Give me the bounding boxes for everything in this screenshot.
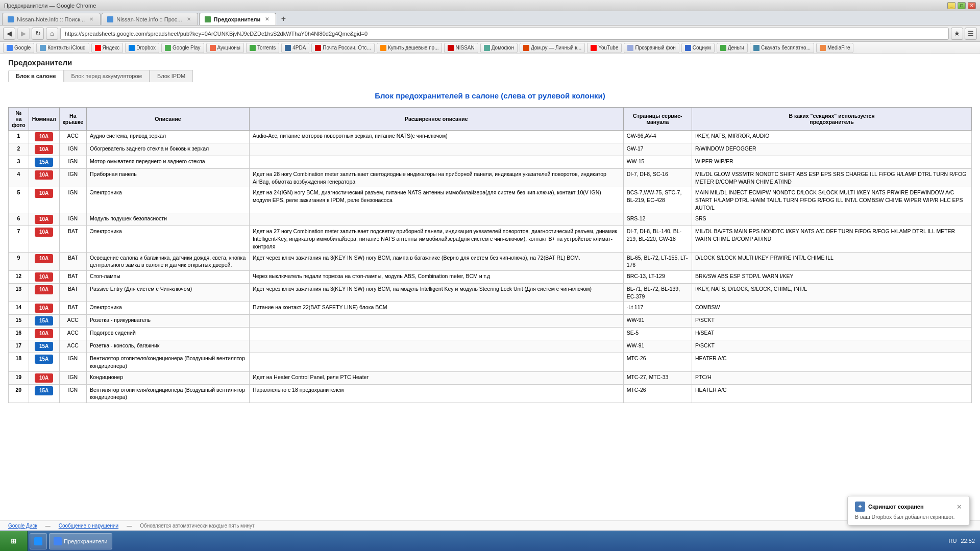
- table-row: 5 10A IGN Электроника Идет на 24(IGN) но…: [9, 187, 972, 213]
- page-content: Предохранители Блок в салоне Блок перед …: [0, 54, 980, 531]
- bookmark-icloud[interactable]: Контакты iCloud: [36, 43, 89, 53]
- notification-close-button[interactable]: ✕: [957, 503, 962, 511]
- torrent-icon: [250, 45, 256, 51]
- bookmark-youtube[interactable]: YouTube: [587, 43, 622, 53]
- minimize-button[interactable]: _: [947, 2, 955, 9]
- row-pages: MTC-26: [623, 353, 692, 371]
- row-num: 2: [9, 143, 29, 156]
- close-button[interactable]: ✕: [968, 2, 976, 9]
- row-nominal: 15A: [29, 353, 59, 371]
- taskbar-chrome-button[interactable]: Предохранители: [49, 533, 112, 549]
- row-cover: IGN: [59, 143, 86, 156]
- table-row: 13 10A BAT Passive Entry (Для систем с Ч…: [9, 283, 972, 302]
- row-nominal: 10A: [29, 328, 59, 340]
- notification-popup: ✦ Скриншот сохранен ✕ В ваш Dropbox был …: [847, 496, 970, 525]
- googleplay-icon: [165, 45, 171, 51]
- clock: 22:52: [961, 537, 975, 545]
- sheet-footer: Google Диск — Сообщение о нарушении — Об…: [0, 520, 980, 531]
- taskbar-chrome-label: Предохранители: [64, 538, 108, 544]
- row-pages: MTC-27, MTC-33: [623, 371, 692, 384]
- bookmark-dengi[interactable]: Деньги: [717, 43, 748, 53]
- bookmark-domru[interactable]: Дом.ру — Личный к...: [520, 43, 585, 53]
- row-description: Электроника: [87, 302, 250, 315]
- table-row: 17 15A ACC Розетка - консоль, багажник W…: [9, 340, 972, 353]
- row-description: Мотор омывателя переднего и заднего стек…: [87, 156, 250, 169]
- row-pages: BL-65, BL-72, LT-155, LT-176: [623, 252, 692, 270]
- row-pages: MTC-26: [623, 384, 692, 403]
- table-row: 14 10A BAT Электроника Питание на контак…: [9, 302, 972, 315]
- col-header-desc: Описание: [87, 108, 250, 131]
- bookmark-nissan[interactable]: NISSAN: [444, 43, 478, 53]
- bookmark-star-button[interactable]: ★: [951, 28, 963, 40]
- tab-close-3[interactable]: ✕: [263, 16, 271, 23]
- maximize-button[interactable]: □: [958, 2, 966, 9]
- bookmark-kupit[interactable]: Купить дешевые пр...: [377, 43, 443, 53]
- forward-button[interactable]: ▶: [17, 28, 30, 40]
- row-sections: COMBSW: [692, 302, 972, 315]
- bookmark-skachat[interactable]: Скачать бесплатно...: [750, 43, 814, 53]
- table-row: 16 10A ACC Подогрев сидений SE-5 H/SEAT: [9, 328, 972, 340]
- row-nominal: 15A: [29, 340, 59, 353]
- url-bar[interactable]: https://spreadsheets.google.com/spreadsh…: [60, 28, 949, 40]
- sheet-tab-accum[interactable]: Блок перед аккумулятором: [64, 70, 150, 82]
- row-extended: Audio-Acc, питание моторов поворотных зе…: [249, 131, 623, 143]
- domofon-icon: [484, 45, 490, 51]
- tab-favicon-3: [205, 16, 211, 22]
- back-button[interactable]: ◀: [3, 28, 15, 40]
- bookmark-dropbox[interactable]: Dropbox: [125, 43, 159, 53]
- tab-close-1[interactable]: ✕: [88, 16, 95, 23]
- bookmark-yandex[interactable]: Яндекс: [91, 43, 124, 53]
- sheet-tab-ipdm[interactable]: Блок IPDM: [150, 70, 193, 82]
- language-indicator: RU: [949, 538, 957, 544]
- row-num: 12: [9, 270, 29, 283]
- bookmark-pochta[interactable]: Почта России. Отс...: [311, 43, 375, 53]
- bookmark-domofon[interactable]: Домофон: [480, 43, 518, 53]
- row-pages: DI-7, DI-8, SC-16: [623, 169, 692, 187]
- row-description: Модуль подушек безопасности: [87, 213, 250, 226]
- settings-button[interactable]: ☰: [965, 28, 977, 40]
- bookmark-socium[interactable]: Социум: [681, 43, 715, 53]
- row-description: Розетка - консоль, багажник: [87, 340, 250, 353]
- new-tab-button[interactable]: +: [277, 13, 289, 25]
- sheet-header: Предохранители Блок в салоне Блок перед …: [0, 54, 980, 84]
- nav-right-buttons: ★ ☰: [951, 28, 977, 40]
- row-nominal: 10A: [29, 252, 59, 270]
- col-header-pages: Страницы сервис-мануала: [623, 108, 692, 131]
- bookmark-4pda[interactable]: 4PDA: [281, 43, 309, 53]
- row-extended: Идет на 24(IGN) ногу BCM, диагностически…: [249, 187, 623, 213]
- bookmark-googleplay[interactable]: Google Play: [161, 43, 204, 53]
- violation-link[interactable]: Сообщение о нарушении: [59, 523, 118, 529]
- row-sections: R/WINDOW DEFOGGER: [692, 143, 972, 156]
- bookmark-torrents[interactable]: Torrents: [246, 43, 279, 53]
- dropbox-notif-icon: ✦: [855, 502, 865, 512]
- bookmark-google[interactable]: Google: [3, 43, 34, 53]
- taskbar-ie-button[interactable]: [30, 533, 47, 549]
- table-row: 3 15A IGN Мотор омывателя переднего и за…: [9, 156, 972, 169]
- reload-button[interactable]: ↻: [32, 28, 44, 40]
- row-cover: ACC: [59, 315, 86, 328]
- home-button[interactable]: ⌂: [46, 28, 58, 40]
- footer-separator2: —: [127, 523, 132, 529]
- google-disk-link[interactable]: Google Диск: [8, 523, 37, 529]
- col-header-sections: В каких "секциях" используетсяпредохрани…: [692, 108, 972, 131]
- start-button[interactable]: ⊞: [0, 531, 28, 552]
- row-cover: ACC: [59, 340, 86, 353]
- transparent-icon: [627, 45, 633, 51]
- bookmark-auktsiony[interactable]: Аукционы: [206, 43, 244, 53]
- tab-3[interactable]: Предохранители ✕: [199, 13, 277, 25]
- google-icon: [7, 45, 13, 51]
- table-row: 7 10A BAT Электроника Идет на 27 ногу Co…: [9, 226, 972, 252]
- tab-close-2[interactable]: ✕: [185, 16, 192, 23]
- row-num: 3: [9, 156, 29, 169]
- window-controls: _ □ ✕: [947, 2, 976, 9]
- row-cover: BAT: [59, 283, 86, 302]
- row-num: 16: [9, 328, 29, 340]
- bookmark-transparent[interactable]: Прозрачный фон: [624, 43, 679, 53]
- row-description: Приборная панель: [87, 169, 250, 187]
- nav-bar: ◀ ▶ ↻ ⌂ https://spreadsheets.google.com/…: [0, 26, 980, 42]
- tab-2[interactable]: Nissan-Note.info :: Прос... ✕: [102, 13, 198, 25]
- sheet-tab-salon[interactable]: Блок в салоне: [8, 70, 64, 82]
- bookmark-mediafire[interactable]: MediaFire: [816, 43, 853, 53]
- row-cover: BAT: [59, 226, 86, 252]
- tab-1[interactable]: Nissan-Note.info :: Поиск... ✕: [2, 13, 101, 25]
